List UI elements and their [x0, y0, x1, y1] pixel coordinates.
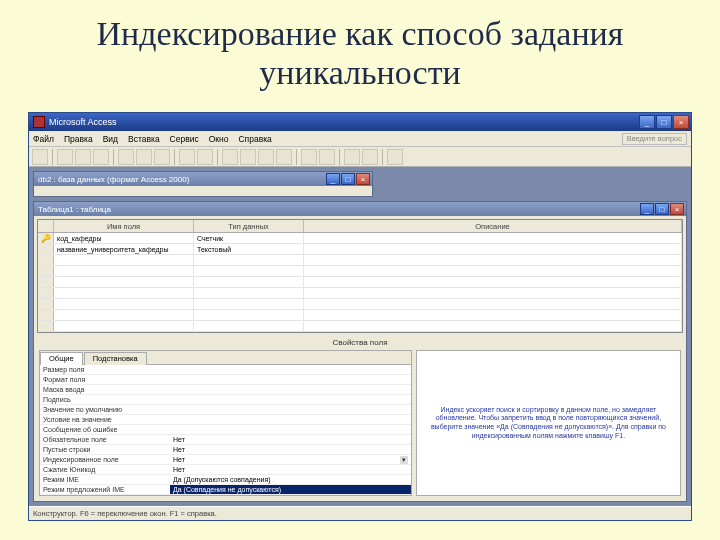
menu-help[interactable]: Справка — [238, 134, 271, 144]
property-row[interactable]: Подпись — [40, 395, 411, 405]
field-name-cell[interactable] — [54, 266, 194, 276]
tab-lookup[interactable]: Подстановка — [84, 352, 147, 365]
property-row[interactable]: Режим IMEДа (Допускаются совпадения) — [40, 475, 411, 485]
toolbar-dbwindow-button[interactable] — [344, 149, 360, 165]
tab-general[interactable]: Общие — [40, 352, 83, 365]
property-value[interactable]: Да (Совпадения не допускаются) — [170, 485, 411, 494]
field-type-cell[interactable] — [194, 299, 304, 309]
toolbar-paste-button[interactable] — [154, 149, 170, 165]
row-selector[interactable] — [38, 255, 54, 265]
property-value[interactable] — [170, 395, 411, 404]
td-minimize-button[interactable]: _ — [640, 203, 654, 215]
toolbar-build-button[interactable] — [319, 149, 335, 165]
property-value[interactable]: Нет — [170, 435, 411, 444]
field-name-cell[interactable]: код_кафедры — [54, 233, 194, 243]
help-search-box[interactable]: Введите вопрос — [622, 133, 687, 145]
property-row[interactable]: Размер поля — [40, 365, 411, 375]
field-name-cell[interactable] — [54, 321, 194, 331]
row-selector[interactable] — [38, 299, 54, 309]
minimize-button[interactable]: _ — [639, 115, 655, 129]
property-value[interactable] — [170, 375, 411, 384]
toolbar-view-button[interactable] — [32, 149, 48, 165]
property-row[interactable]: Маска ввода — [40, 385, 411, 395]
property-value[interactable]: Нет — [170, 465, 411, 474]
field-name-cell[interactable] — [54, 299, 194, 309]
row-selector[interactable] — [38, 266, 54, 276]
menu-tools[interactable]: Сервис — [170, 134, 199, 144]
toolbar-redo-button[interactable] — [197, 149, 213, 165]
field-desc-cell[interactable] — [304, 277, 682, 287]
toolbar-key-button[interactable] — [222, 149, 238, 165]
property-row[interactable]: Условие на значение — [40, 415, 411, 425]
property-row[interactable]: Формат поля — [40, 375, 411, 385]
field-name-cell[interactable] — [54, 255, 194, 265]
field-desc-cell[interactable] — [304, 255, 682, 265]
toolbar-help-button[interactable] — [387, 149, 403, 165]
row-selector[interactable] — [38, 244, 54, 254]
toolbar-deleterow-button[interactable] — [276, 149, 292, 165]
field-row[interactable]: 🔑код_кафедрыСчетчик — [38, 233, 682, 244]
field-type-cell[interactable] — [194, 277, 304, 287]
field-desc-cell[interactable] — [304, 233, 682, 243]
property-value[interactable]: Да (Допускаются совпадения) — [170, 475, 411, 484]
field-row[interactable] — [38, 299, 682, 310]
field-desc-cell[interactable] — [304, 244, 682, 254]
menu-window[interactable]: Окно — [209, 134, 229, 144]
field-name-cell[interactable] — [54, 310, 194, 320]
field-desc-cell[interactable] — [304, 321, 682, 331]
toolbar-copy-button[interactable] — [136, 149, 152, 165]
toolbar-preview-button[interactable] — [93, 149, 109, 165]
field-row[interactable]: название_университета_кафедрыТекстовый — [38, 244, 682, 255]
menu-file[interactable]: Файл — [33, 134, 54, 144]
toolbar-properties-button[interactable] — [301, 149, 317, 165]
field-grid[interactable]: Имя поля Тип данных Описание 🔑код_кафедр… — [37, 219, 683, 333]
property-row[interactable]: Значение по умолчанию — [40, 405, 411, 415]
row-selector[interactable] — [38, 288, 54, 298]
row-selector[interactable]: 🔑 — [38, 233, 54, 243]
toolbar-newobj-button[interactable] — [362, 149, 378, 165]
property-row[interactable]: Пустые строкиНет — [40, 445, 411, 455]
property-value[interactable] — [170, 385, 411, 394]
toolbar-insertrow-button[interactable] — [258, 149, 274, 165]
field-row[interactable] — [38, 255, 682, 266]
field-name-cell[interactable] — [54, 277, 194, 287]
field-desc-cell[interactable] — [304, 299, 682, 309]
menu-edit[interactable]: Правка — [64, 134, 93, 144]
field-row[interactable] — [38, 310, 682, 321]
row-selector[interactable] — [38, 277, 54, 287]
db-minimize-button[interactable]: _ — [326, 173, 340, 185]
property-row[interactable]: Обязательное полеНет — [40, 435, 411, 445]
field-type-cell[interactable] — [194, 321, 304, 331]
maximize-button[interactable]: □ — [656, 115, 672, 129]
toolbar-indexes-button[interactable] — [240, 149, 256, 165]
property-value[interactable] — [170, 365, 411, 374]
property-row[interactable]: Сжатие ЮникодНет — [40, 465, 411, 475]
toolbar-save-button[interactable] — [57, 149, 73, 165]
property-row[interactable]: Сообщение об ошибке — [40, 425, 411, 435]
field-row[interactable] — [38, 288, 682, 299]
row-selector[interactable] — [38, 310, 54, 320]
property-value[interactable] — [170, 415, 411, 424]
property-value[interactable]: Нет — [170, 455, 411, 464]
property-value[interactable]: Нет — [170, 445, 411, 454]
field-row[interactable] — [38, 266, 682, 277]
field-row[interactable] — [38, 277, 682, 288]
field-desc-cell[interactable] — [304, 266, 682, 276]
property-value[interactable] — [170, 405, 411, 414]
field-desc-cell[interactable] — [304, 288, 682, 298]
toolbar-cut-button[interactable] — [118, 149, 134, 165]
row-selector[interactable] — [38, 321, 54, 331]
field-type-cell[interactable]: Счетчик — [194, 233, 304, 243]
field-type-cell[interactable] — [194, 288, 304, 298]
field-type-cell[interactable] — [194, 310, 304, 320]
db-maximize-button[interactable]: □ — [341, 173, 355, 185]
toolbar-undo-button[interactable] — [179, 149, 195, 165]
property-row[interactable]: Режим предложений IMEДа (Совпадения не д… — [40, 485, 411, 495]
td-close-button[interactable]: × — [670, 203, 684, 215]
db-close-button[interactable]: × — [356, 173, 370, 185]
td-maximize-button[interactable]: □ — [655, 203, 669, 215]
menu-insert[interactable]: Вставка — [128, 134, 160, 144]
field-name-cell[interactable] — [54, 288, 194, 298]
property-value[interactable] — [170, 425, 411, 434]
field-type-cell[interactable] — [194, 266, 304, 276]
